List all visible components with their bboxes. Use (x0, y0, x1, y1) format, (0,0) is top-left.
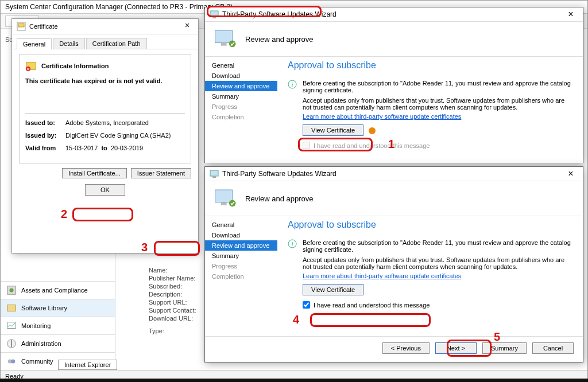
admin-icon (6, 338, 17, 349)
svg-rect-14 (212, 17, 216, 18)
cert-ok-button[interactable]: OK (85, 184, 125, 196)
agree-checkbox-top (303, 142, 310, 149)
cert-info-block: ✕ Certificate Information This certifica… (19, 54, 191, 163)
cert-title: Certificate (29, 23, 58, 30)
issued-to-value: Adobe Systems, Incorporated (65, 119, 185, 126)
wizard-footer: < Previous Next > Summary Cancel (205, 336, 583, 360)
svg-rect-23 (221, 202, 227, 205)
info-text-1: Before creating the subscription to "Ado… (303, 80, 572, 93)
approval-heading: Approval to subscribe (288, 60, 572, 71)
valid-range: 15-03-2017 to 20-03-2019 (65, 145, 185, 151)
wizard-steps-nav-2: General Download Review and approve Summ… (205, 216, 277, 336)
step-review[interactable]: Review and approve (205, 81, 277, 91)
cert-tab-details[interactable]: Details (53, 38, 85, 49)
nav-administration[interactable]: Administration (1, 334, 115, 352)
step-completion-2: Completion (205, 271, 277, 282)
step-general-2[interactable]: General (205, 220, 277, 230)
wizard-close-button-2[interactable]: × (563, 169, 578, 179)
svg-rect-15 (215, 30, 233, 43)
info-icon-2: i (288, 239, 297, 248)
approval-heading-2: Approval to subscribe (288, 220, 572, 230)
agree-label-top: I have read and understood this message (314, 142, 430, 149)
svg-rect-2 (7, 305, 16, 311)
step-completion: Completion (205, 112, 277, 122)
monitor-icon (214, 29, 237, 49)
wizard-close-button[interactable]: × (563, 9, 578, 20)
svg-point-24 (229, 200, 236, 207)
issuer-statement-button[interactable]: Issuer Statement (131, 168, 191, 178)
cert-tab-certpath[interactable]: Certification Path (86, 38, 147, 49)
prev-button[interactable]: < Previous (382, 342, 430, 354)
svg-point-17 (229, 41, 236, 48)
nav-assets[interactable]: Assets and Compliance (1, 281, 115, 299)
nav-admin-label: Administration (21, 340, 61, 347)
view-cert-button-top[interactable]: View Certificate (303, 124, 363, 136)
svg-point-1 (9, 288, 13, 292)
svg-rect-20 (210, 170, 218, 176)
taskbar (0, 379, 588, 382)
svg-rect-22 (215, 190, 233, 202)
svg-text:✕: ✕ (26, 67, 30, 71)
svg-rect-13 (210, 11, 218, 17)
agree-label-bottom: I have read and understood this message (314, 302, 430, 309)
cert-expired-message: This certificate has expired or is not y… (25, 77, 185, 84)
orange-status-dot (369, 127, 376, 134)
wizard-icon (210, 169, 219, 178)
nav-monitoring[interactable]: Monitoring (1, 317, 115, 334)
svg-text:i: i (291, 240, 293, 247)
cert-title-bar: Certificate × (12, 19, 198, 34)
step-download[interactable]: Download (205, 71, 277, 81)
next-button[interactable]: Next > (435, 342, 477, 354)
nav-software-library[interactable]: Software Library (1, 299, 115, 317)
learn-more-link[interactable]: Learn more about third-party software up… (303, 113, 461, 120)
certificate-dialog: Certificate × General Details Certificat… (11, 18, 199, 254)
ie-tab[interactable]: Internet Explorer (58, 360, 117, 370)
wizard-top: Third-Party Software Updates Wizard × Re… (204, 7, 583, 163)
svg-rect-5 (11, 340, 12, 348)
agree-checkbox-bottom[interactable] (303, 301, 310, 309)
step-progress-2: Progress (205, 261, 277, 271)
info-icon: i (288, 80, 297, 89)
wizard-title: Third-Party Software Updates Wizard (222, 10, 336, 18)
svg-rect-3 (7, 322, 16, 329)
step-review-2[interactable]: Review and approve (205, 240, 277, 251)
cert-tabs: General Details Certification Path (12, 34, 198, 49)
step-summary-2[interactable]: Summary (205, 251, 277, 261)
svg-rect-21 (212, 176, 216, 178)
wizard-icon (210, 10, 219, 19)
nav-monitoring-label: Monitoring (21, 322, 51, 329)
step-summary[interactable]: Summary (205, 91, 277, 102)
learn-more-link-2[interactable]: Learn more about third-party software up… (303, 272, 461, 279)
wizard-steps-nav: General Download Review and approve Summ… (205, 57, 277, 163)
svg-text:i: i (291, 81, 293, 88)
summary-button[interactable]: Summary (482, 342, 527, 354)
step-progress: Progress (205, 102, 277, 112)
svg-rect-9 (18, 24, 24, 27)
cancel-button[interactable]: Cancel (532, 342, 574, 354)
step-general[interactable]: General (205, 60, 277, 71)
wizard-bottom: Third-Party Software Updates Wizard × Re… (204, 166, 583, 362)
community-icon (6, 356, 17, 367)
info-text-1b: Before creating the subscription to "Ado… (303, 239, 572, 253)
cert-window-icon (17, 22, 26, 31)
monitoring-icon (6, 321, 17, 331)
step-download-2[interactable]: Download (205, 230, 277, 240)
install-cert-button[interactable]: Install Certificate... (62, 168, 126, 178)
monitor-icon-2 (214, 188, 237, 209)
nav-community-label: Community (21, 358, 53, 365)
cert-tab-general[interactable]: General (17, 38, 52, 49)
wizard-title-2: Third-Party Software Updates Wizard (222, 170, 336, 178)
cert-close-button[interactable]: × (181, 21, 194, 32)
assets-icon (6, 285, 17, 295)
view-cert-button-bottom[interactable]: View Certificate (303, 284, 363, 295)
valid-from-label: Valid from (25, 145, 65, 151)
nav-library-label: Software Library (21, 305, 67, 311)
library-icon (6, 303, 17, 313)
issued-to-label: Issued to: (25, 119, 65, 126)
wizard-header-text-2: Review and approve (245, 194, 314, 203)
svg-point-7 (11, 359, 15, 363)
wizard-header-text: Review and approve (245, 35, 314, 44)
info-text-2: Accept updates only from publishers that… (303, 97, 572, 111)
nav-assets-label: Assets and Compliance (21, 287, 88, 294)
issued-by-value: DigiCert EV Code Signing CA (SHA2) (65, 132, 185, 139)
